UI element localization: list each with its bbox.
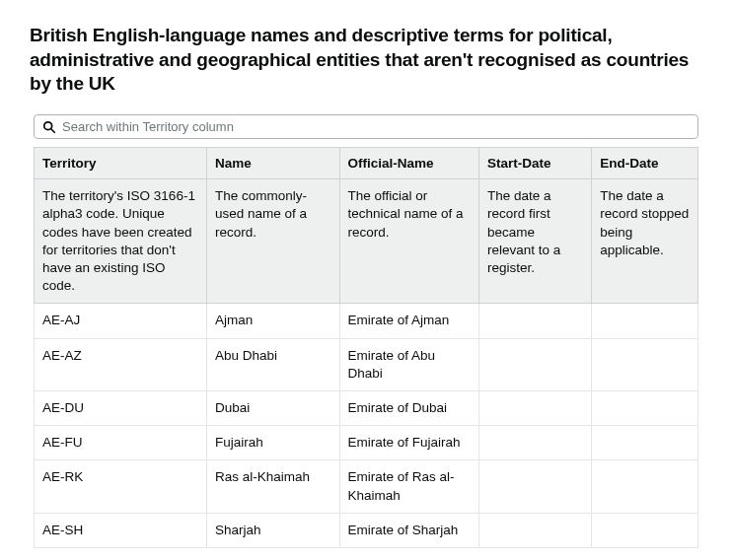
cell-start-date [478, 460, 591, 513]
table-row: AE-AJAjmanEmirate of Ajman [35, 304, 698, 338]
cell-start-date [478, 426, 591, 460]
cell-name: Ajman [206, 304, 339, 338]
search-icon [42, 120, 56, 134]
table-row: AE-AZAbu DhabiEmirate of Abu Dhabi [35, 338, 698, 390]
desc-end-date: The date a record stopped being applicab… [592, 179, 698, 304]
desc-name: The commonly-used name of a record. [206, 179, 339, 304]
header-start-date: Start-Date [478, 148, 591, 179]
cell-end-date [592, 460, 698, 513]
table-description-row: The territory's ISO 3166-1 alpha3 code. … [35, 179, 698, 304]
cell-start-date [478, 391, 591, 426]
table-row: AE-FUFujairahEmirate of Fujairah [35, 426, 698, 460]
cell-name: Fujairah [206, 426, 339, 460]
cell-territory: AE-SH [35, 513, 207, 547]
cell-start-date [478, 513, 591, 547]
cell-territory: AE-RK [35, 460, 207, 513]
search-container [30, 114, 702, 139]
cell-end-date [592, 391, 698, 426]
cell-name: Ras al-Khaimah [206, 460, 339, 513]
search-input[interactable] [62, 119, 690, 134]
cell-official-name: Emirate of Dubai [339, 391, 478, 426]
search-box[interactable] [34, 114, 698, 139]
cell-name: Dubai [206, 391, 339, 426]
table-container: Territory Name Official-Name Start-Date … [30, 147, 702, 548]
header-official-name: Official-Name [339, 148, 478, 179]
cell-name: Abu Dhabi [206, 338, 339, 390]
cell-start-date [478, 338, 591, 390]
table-header-row: Territory Name Official-Name Start-Date … [35, 148, 698, 179]
cell-official-name: Emirate of Abu Dhabi [339, 338, 478, 390]
cell-end-date [592, 338, 698, 390]
cell-territory: AE-FU [35, 426, 207, 460]
cell-territory: AE-DU [35, 391, 207, 426]
cell-end-date [592, 513, 698, 547]
territory-table: Territory Name Official-Name Start-Date … [34, 147, 698, 548]
header-name: Name [206, 148, 339, 179]
cell-end-date [592, 426, 698, 460]
cell-end-date [592, 304, 698, 338]
cell-territory: AE-AJ [35, 304, 207, 338]
svg-line-1 [51, 128, 55, 132]
desc-official-name: The official or technical name of a reco… [339, 179, 478, 304]
table-row: AE-DUDubaiEmirate of Dubai [35, 391, 698, 426]
table-row: AE-SHSharjahEmirate of Sharjah [35, 513, 698, 547]
cell-official-name: Emirate of Fujairah [339, 426, 478, 460]
cell-name: Sharjah [206, 513, 339, 547]
header-territory: Territory [35, 148, 207, 179]
cell-start-date [478, 304, 591, 338]
desc-start-date: The date a record first became relevant … [478, 179, 591, 304]
cell-territory: AE-AZ [35, 338, 207, 390]
cell-official-name: Emirate of Ras al-Khaimah [339, 460, 478, 513]
header-end-date: End-Date [592, 148, 698, 179]
desc-territory: The territory's ISO 3166-1 alpha3 code. … [35, 179, 207, 304]
cell-official-name: Emirate of Sharjah [339, 513, 478, 547]
cell-official-name: Emirate of Ajman [339, 304, 478, 338]
table-row: AE-RKRas al-KhaimahEmirate of Ras al-Kha… [35, 460, 698, 513]
page-title: British English-language names and descr… [30, 24, 702, 97]
